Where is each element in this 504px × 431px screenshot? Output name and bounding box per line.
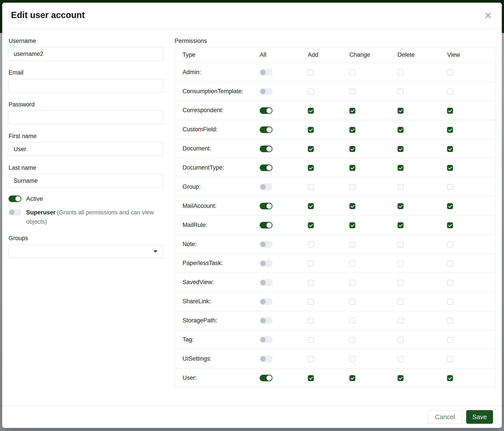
permission-delete-checkbox[interactable] — [397, 146, 404, 152]
permission-add-checkbox[interactable] — [308, 146, 314, 152]
permission-view-checkbox[interactable] — [447, 260, 453, 267]
permission-view-checkbox[interactable] — [447, 337, 453, 343]
permission-add-checkbox[interactable] — [308, 337, 314, 343]
permission-add-checkbox[interactable] — [308, 184, 314, 190]
permission-add-checkbox[interactable] — [308, 89, 314, 95]
permission-delete-checkbox[interactable] — [397, 242, 404, 247]
permission-delete-checkbox[interactable] — [397, 184, 404, 190]
permission-view-checkbox[interactable] — [447, 184, 453, 190]
permission-view-checkbox[interactable] — [447, 70, 453, 75]
permission-view-checkbox[interactable] — [447, 89, 453, 95]
permission-change-checkbox[interactable] — [349, 375, 355, 381]
permission-delete-checkbox[interactable] — [397, 70, 404, 75]
permission-change-checkbox[interactable] — [349, 146, 355, 152]
permission-view-checkbox[interactable] — [447, 203, 453, 209]
permission-add-checkbox[interactable] — [308, 108, 314, 114]
permission-all-toggle[interactable] — [260, 279, 272, 286]
first-name-input[interactable] — [9, 142, 164, 156]
permission-change-checkbox[interactable] — [349, 222, 355, 228]
permission-view-checkbox[interactable] — [447, 375, 453, 381]
permission-change-checkbox[interactable] — [349, 165, 355, 171]
permission-all-toggle[interactable] — [260, 375, 272, 381]
permission-add-checkbox[interactable] — [308, 260, 314, 267]
permission-delete-checkbox[interactable] — [397, 337, 404, 343]
permission-view-checkbox[interactable] — [447, 146, 453, 152]
permission-view-checkbox[interactable] — [447, 280, 453, 286]
permission-all-toggle[interactable] — [260, 146, 272, 152]
permission-all-toggle[interactable] — [260, 164, 272, 171]
superuser-toggle[interactable] — [9, 209, 21, 216]
permission-all-toggle[interactable] — [260, 298, 272, 305]
active-toggle[interactable] — [9, 196, 21, 202]
modal-header: Edit user account × — [2, 3, 502, 29]
permission-add-checkbox[interactable] — [308, 299, 314, 305]
edit-user-modal: Edit user account × Username Email Passw… — [2, 3, 502, 428]
permission-change-checkbox[interactable] — [349, 242, 355, 247]
permission-all-toggle[interactable] — [260, 107, 272, 114]
permission-add-checkbox[interactable] — [308, 222, 314, 228]
permission-add-checkbox[interactable] — [308, 280, 314, 286]
permission-all-toggle[interactable] — [260, 260, 272, 267]
cancel-button[interactable]: Cancel — [428, 410, 462, 424]
permission-change-checkbox[interactable] — [349, 260, 355, 267]
permission-delete-checkbox[interactable] — [397, 260, 404, 267]
save-button[interactable]: Save — [466, 410, 493, 424]
permission-delete-checkbox[interactable] — [397, 165, 404, 171]
permission-view-checkbox[interactable] — [447, 318, 453, 324]
permission-change-checkbox[interactable] — [349, 356, 355, 362]
column-header-view: View — [447, 47, 495, 63]
permission-all-toggle[interactable] — [260, 126, 272, 133]
permission-change-checkbox[interactable] — [349, 108, 355, 114]
permission-add-checkbox[interactable] — [308, 203, 314, 209]
email-input[interactable] — [9, 79, 164, 93]
permission-delete-checkbox[interactable] — [397, 299, 404, 305]
permission-view-checkbox[interactable] — [447, 299, 453, 305]
last-name-input[interactable] — [9, 174, 164, 188]
permission-all-toggle[interactable] — [260, 184, 272, 190]
permission-delete-checkbox[interactable] — [397, 222, 404, 228]
permission-all-toggle[interactable] — [260, 203, 272, 209]
permission-view-checkbox[interactable] — [447, 222, 453, 228]
permission-change-checkbox[interactable] — [349, 280, 355, 286]
permission-view-checkbox[interactable] — [447, 127, 453, 133]
password-input[interactable] — [9, 111, 164, 124]
permission-add-checkbox[interactable] — [308, 127, 314, 133]
groups-select[interactable] — [9, 244, 164, 258]
username-input[interactable] — [9, 47, 164, 61]
permission-delete-checkbox[interactable] — [397, 280, 404, 286]
permission-delete-checkbox[interactable] — [397, 375, 404, 381]
permission-add-checkbox[interactable] — [308, 375, 314, 381]
permission-change-checkbox[interactable] — [349, 127, 355, 133]
permission-change-checkbox[interactable] — [349, 70, 355, 75]
permission-add-checkbox[interactable] — [308, 165, 314, 171]
permission-all-toggle[interactable] — [260, 317, 272, 324]
permission-view-checkbox[interactable] — [447, 108, 453, 114]
permission-delete-checkbox[interactable] — [397, 127, 404, 133]
permission-delete-checkbox[interactable] — [397, 356, 404, 362]
permission-add-checkbox[interactable] — [308, 356, 314, 362]
permission-change-checkbox[interactable] — [349, 203, 355, 209]
permission-view-checkbox[interactable] — [447, 356, 453, 362]
permission-all-toggle[interactable] — [260, 222, 272, 228]
permission-change-checkbox[interactable] — [349, 318, 355, 324]
permission-change-checkbox[interactable] — [349, 184, 355, 190]
permission-add-checkbox[interactable] — [308, 318, 314, 324]
permission-all-toggle[interactable] — [260, 88, 272, 95]
permission-delete-checkbox[interactable] — [397, 318, 404, 324]
permission-delete-checkbox[interactable] — [397, 203, 404, 209]
permission-type-label: Document: — [175, 139, 260, 158]
permission-add-checkbox[interactable] — [308, 242, 314, 247]
permission-add-checkbox[interactable] — [308, 70, 314, 75]
permission-change-checkbox[interactable] — [349, 89, 355, 95]
permission-view-checkbox[interactable] — [447, 165, 453, 171]
permission-delete-checkbox[interactable] — [397, 89, 404, 95]
close-icon[interactable]: × — [485, 10, 492, 20]
permission-change-checkbox[interactable] — [349, 337, 355, 343]
permission-change-checkbox[interactable] — [349, 299, 355, 305]
permission-all-toggle[interactable] — [260, 336, 272, 343]
permission-view-checkbox[interactable] — [447, 242, 453, 247]
permission-all-toggle[interactable] — [260, 241, 272, 248]
permission-all-toggle[interactable] — [260, 69, 272, 76]
permission-delete-checkbox[interactable] — [397, 108, 404, 114]
permission-all-toggle[interactable] — [260, 356, 272, 362]
